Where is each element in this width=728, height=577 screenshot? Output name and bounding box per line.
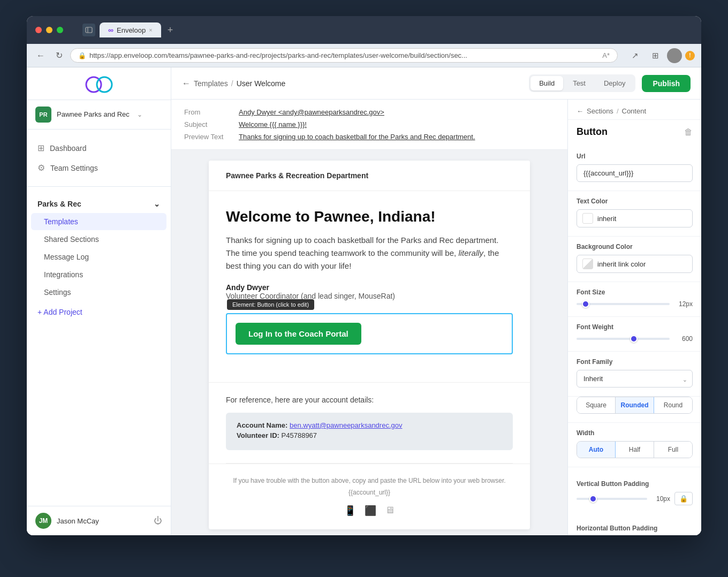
share-icon[interactable]: ↗	[626, 47, 643, 64]
bg-color-input-row[interactable]	[577, 255, 693, 273]
settings-label: Settings	[44, 288, 71, 297]
vpadding-label: Vertical Button Padding	[577, 480, 693, 488]
shape-button-group: Square Rounded Round	[577, 397, 693, 414]
tab-grid-icon[interactable]: ⊞	[647, 47, 664, 64]
bg-color-input[interactable]	[597, 260, 687, 268]
tablet-icon[interactable]: ⬛	[365, 505, 376, 517]
width-half-button[interactable]: Half	[616, 442, 654, 458]
font-size-slider[interactable]	[577, 303, 670, 305]
text-color-input-row[interactable]	[577, 209, 693, 227]
templates-label: Templates	[44, 217, 78, 226]
panel-vpadding-section: Vertical Button Padding 10px 🔒	[568, 467, 701, 512]
logout-button[interactable]: ⏻	[154, 516, 162, 526]
vpadding-slider-row: 10px 🔒	[577, 492, 693, 505]
integrations-label: Integrations	[44, 270, 83, 279]
from-value[interactable]: Andy Dwyer <andy@pawneeparksandrec.gov>	[239, 108, 384, 116]
width-button-group: Auto Half Full	[577, 441, 693, 458]
sidebar-item-message-log[interactable]: Message Log	[31, 248, 166, 265]
minimize-dot[interactable]	[46, 27, 52, 33]
shared-sections-label: Shared Sections	[44, 235, 99, 244]
notification-badge: !	[685, 51, 695, 60]
font-size-slider-row: 12px	[577, 300, 693, 308]
font-family-select[interactable]: Inherit	[577, 370, 693, 388]
publish-button[interactable]: Publish	[642, 75, 691, 92]
email-preview: Pawnee Parks & Recreation Department Wel…	[209, 161, 530, 529]
email-title: Welcome to Pawnee, Indiana!	[226, 208, 513, 225]
browser-navbar: ← ↻ 🔒 https://app.enveloop.com/teams/paw…	[27, 44, 701, 67]
email-meta: From Andy Dwyer <andy@pawneeparksandrec.…	[171, 100, 567, 150]
account-name-value[interactable]: ben.wyatt@pawneeparksandrec.gov	[290, 421, 403, 429]
sidebar-nav-top: ⊞ Dashboard ⚙ Team Settings	[27, 130, 171, 187]
refresh-button[interactable]: ↻	[52, 48, 66, 63]
svg-rect-0	[86, 27, 92, 33]
message-log-label: Message Log	[44, 253, 89, 261]
shape-round-button[interactable]: Round	[654, 397, 692, 413]
subject-value[interactable]: Welcome {{{ name }}}!	[239, 120, 307, 128]
footer-device-icons: 📱 ⬛ 🖥	[226, 505, 513, 517]
new-tab-button[interactable]: +	[165, 25, 176, 36]
breadcrumb-templates[interactable]: Templates	[194, 79, 228, 88]
vpadding-lock-button[interactable]: 🔒	[674, 492, 693, 505]
panel-font-weight-section: Font Weight 600	[568, 323, 701, 352]
vpadding-slider[interactable]	[577, 498, 647, 500]
bg-color-swatch	[582, 259, 593, 269]
panel-font-size-section: Font Size 12px	[568, 288, 701, 317]
panel-breadcrumb-sep: /	[617, 107, 619, 115]
preview-row: Preview Text Thanks for signing up to co…	[184, 131, 555, 143]
sidebar-item-integrations[interactable]: Integrations	[31, 266, 166, 283]
account-details-box: Account Name: ben.wyatt@pawneeparksandre…	[226, 413, 513, 450]
volunteer-id-row: Volunteer ID: P45788967	[237, 431, 502, 439]
width-label: Width	[577, 429, 693, 437]
vpadding-value: 10px	[651, 495, 670, 503]
add-project-button[interactable]: + Add Project	[27, 301, 171, 323]
hpadding-label: Horizontal Button Padding	[577, 525, 693, 532]
right-panel: ← Sections / Content Button 🗑 Url	[567, 100, 701, 535]
panel-breadcrumb-sections[interactable]: Sections	[587, 107, 613, 115]
workspace-selector[interactable]: PR Pawnee Parks and Rec ⌄	[27, 100, 171, 130]
sidebar: PR Pawnee Parks and Rec ⌄ ⊞ Dashboard ⚙ …	[27, 67, 171, 535]
close-dot[interactable]	[35, 27, 42, 33]
address-bar[interactable]: 🔒 https://app.enveloop.com/teams/pawnee-…	[70, 48, 618, 63]
button-element-wrapper[interactable]: Element: Button (click to edit) Log In t…	[226, 313, 513, 354]
sidebar-item-templates[interactable]: Templates	[31, 213, 166, 230]
tab-deploy[interactable]: Deploy	[595, 76, 634, 90]
project-chevron-icon: ⌄	[154, 200, 160, 208]
sidebar-item-shared-sections[interactable]: Shared Sections	[31, 231, 166, 248]
back-arrow-icon[interactable]: ←	[577, 107, 583, 115]
browser-tab-active[interactable]: ∞ Enveloop ×	[100, 22, 161, 37]
shape-square-button[interactable]: Square	[577, 397, 616, 413]
sidebar-item-settings[interactable]: Settings	[31, 284, 166, 301]
email-preview-container: Pawnee Parks & Recreation Department Wel…	[171, 150, 567, 535]
preview-value[interactable]: Thanks for signing up to coach basketbal…	[239, 133, 475, 141]
tab-test[interactable]: Test	[564, 76, 594, 90]
sidebar-project-header[interactable]: Parks & Rec ⌄	[27, 195, 171, 212]
shape-rounded-button[interactable]: Rounded	[616, 397, 654, 413]
sidebar-item-team-settings[interactable]: ⚙ Team Settings	[27, 158, 171, 178]
tab-close-icon[interactable]: ×	[149, 27, 152, 33]
panel-title: Button	[577, 126, 608, 138]
back-button[interactable]: ←	[33, 49, 48, 63]
maximize-dot[interactable]	[57, 27, 63, 33]
url-input[interactable]	[577, 164, 693, 182]
reader-icon: A*	[602, 51, 610, 59]
font-weight-label: Font Weight	[577, 323, 693, 331]
width-auto-button[interactable]: Auto	[577, 442, 616, 458]
main-toolbar: ← Templates / User Welcome Build Test De…	[171, 67, 701, 100]
panel-shape-section: Square Rounded Round	[568, 397, 701, 423]
back-arrow-icon[interactable]: ←	[182, 79, 191, 88]
width-full-button[interactable]: Full	[654, 442, 692, 458]
desktop-icon[interactable]: 🖥	[385, 505, 395, 517]
panel-text-color-section: Text Color	[568, 198, 701, 237]
panel-delete-button[interactable]: 🗑	[684, 127, 693, 137]
sidebar-footer: JM Jason McCay ⏻	[27, 506, 171, 535]
text-color-input[interactable]	[597, 215, 687, 223]
user-avatar: JM	[35, 513, 51, 529]
font-weight-slider[interactable]	[577, 338, 670, 340]
sidebar-project-section: Parks & Rec ⌄ Templates Shared Sections …	[27, 187, 171, 506]
breadcrumb: ← Templates / User Welcome	[182, 79, 522, 88]
cta-button[interactable]: Log In to the Coach Portal	[236, 323, 361, 345]
sidebar-item-dashboard[interactable]: ⊞ Dashboard	[27, 138, 171, 158]
email-canvas: From Andy Dwyer <andy@pawneeparksandrec.…	[171, 100, 567, 535]
tab-build[interactable]: Build	[530, 76, 563, 90]
mobile-icon[interactable]: 📱	[344, 505, 356, 517]
